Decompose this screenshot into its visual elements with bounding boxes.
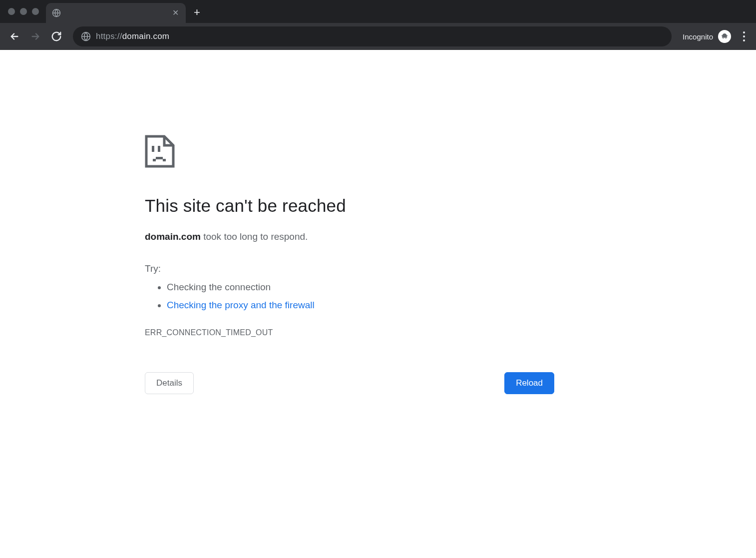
address-bar[interactable]: https://domain.com xyxy=(73,26,672,46)
svg-rect-7 xyxy=(156,157,163,159)
suggestion-item: Checking the proxy and the firewall xyxy=(167,296,554,314)
forward-button[interactable] xyxy=(27,28,44,45)
error-message-suffix: took too long to respond. xyxy=(201,231,308,242)
svg-rect-4 xyxy=(152,146,154,152)
url-host: domain.com xyxy=(122,31,170,41)
suggestion-check-proxy-link[interactable]: Checking the proxy and the firewall xyxy=(167,300,315,310)
url-scheme: https:// xyxy=(96,31,122,41)
button-row: Details Reload xyxy=(145,372,554,394)
suggestion-check-connection: Checking the connection xyxy=(167,282,271,292)
sad-page-icon xyxy=(145,135,175,168)
back-button[interactable] xyxy=(6,28,23,45)
suggestion-item: Checking the connection xyxy=(167,278,554,296)
window-maximize-button[interactable] xyxy=(32,8,39,15)
window-controls xyxy=(5,8,43,15)
incognito-label: Incognito xyxy=(683,32,713,41)
error-code: ERR_CONNECTION_TIMED_OUT xyxy=(145,328,554,337)
reload-button[interactable] xyxy=(48,28,65,45)
toolbar: https://domain.com Incognito xyxy=(0,23,756,50)
error-heading: This site can't be reached xyxy=(145,196,554,216)
globe-icon xyxy=(52,8,61,17)
window-close-button[interactable] xyxy=(8,8,15,15)
page-content: This site can't be reached domain.com to… xyxy=(0,50,756,558)
error-host: domain.com xyxy=(145,231,201,242)
new-tab-button[interactable]: + xyxy=(189,5,205,20)
svg-rect-5 xyxy=(158,146,160,152)
incognito-icon[interactable] xyxy=(718,30,731,43)
browser-menu-button[interactable] xyxy=(738,27,750,45)
close-tab-icon[interactable]: ✕ xyxy=(171,8,180,18)
svg-rect-8 xyxy=(163,159,166,161)
svg-rect-6 xyxy=(153,159,156,161)
error-message: domain.com took too long to respond. xyxy=(145,230,554,244)
try-label: Try: xyxy=(145,263,554,274)
suggestion-list: Checking the connection Checking the pro… xyxy=(145,278,554,314)
url-text: https://domain.com xyxy=(96,31,169,41)
globe-icon xyxy=(81,31,91,41)
error-container: This site can't be reached domain.com to… xyxy=(145,135,554,394)
details-button[interactable]: Details xyxy=(145,372,194,394)
reload-page-button[interactable]: Reload xyxy=(504,372,554,394)
browser-chrome: ✕ + https://domain.com Incognito xyxy=(0,0,756,50)
browser-tab[interactable]: ✕ xyxy=(46,3,186,23)
incognito-indicator: Incognito xyxy=(680,30,734,43)
tab-strip: ✕ + xyxy=(0,0,756,23)
window-minimize-button[interactable] xyxy=(20,8,27,15)
